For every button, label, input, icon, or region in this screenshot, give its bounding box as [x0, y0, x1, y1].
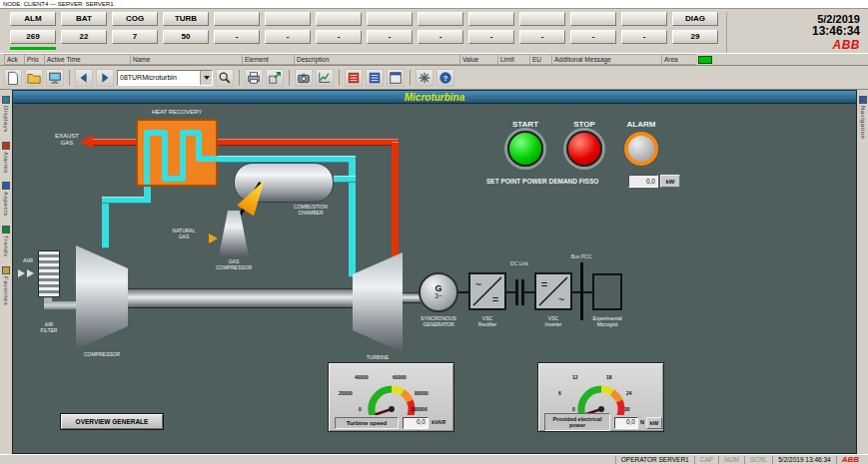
sidebar-item-label: Trends [3, 235, 9, 256]
alarm-group-button[interactable] [468, 12, 514, 26]
scroll-lock-indicator: SCRL [744, 456, 772, 464]
air-pipe-riser [102, 197, 109, 248]
alarm-count-button[interactable]: - [214, 30, 260, 44]
sidebar-item-trends[interactable]: Trends [2, 226, 10, 256]
workplace-icon[interactable] [46, 69, 64, 87]
alarm-list-header: Ack Prio Active Time Name Element Descri… [0, 53, 868, 66]
alarm-count-button[interactable]: - [265, 30, 311, 44]
gauge-tick: 20000 [339, 390, 353, 396]
start-button[interactable] [507, 131, 543, 167]
synchronous-generator: G 3~ [419, 272, 458, 312]
stop-button[interactable] [566, 131, 602, 167]
compressor [76, 245, 128, 349]
help-icon[interactable]: ? [436, 69, 454, 87]
vsc-rectifier: ~= [468, 272, 506, 310]
svg-text:=: = [492, 293, 498, 305]
alarm-group-button[interactable]: DIAG [672, 12, 718, 26]
display-selector[interactable]: 08TURMicroturbin [117, 70, 213, 86]
alarm-group-button[interactable]: COG [112, 12, 158, 26]
alarm-group-button[interactable] [265, 12, 311, 26]
alarm-count-button[interactable]: 29 [672, 30, 718, 44]
screenshot-icon[interactable] [295, 69, 313, 87]
alarm-column-spare: - [621, 12, 667, 53]
dc-link-label: DC Link [502, 260, 536, 266]
display-title-bar: Microturbina [12, 90, 857, 103]
alarm-band: ALM 269 BAT 22 COG 7 TURB 50 - [0, 9, 868, 53]
alarm-count-button[interactable]: 269 [10, 30, 56, 44]
overview-generale-button[interactable]: OVERVIEW GENERALE [61, 414, 163, 429]
event-list-icon[interactable] [366, 69, 384, 87]
sidebar-item-label: Alarms [3, 152, 9, 174]
print-icon[interactable] [245, 69, 263, 87]
sidebar-item-navigation[interactable]: Navigation [859, 96, 867, 139]
alarm-column-spare: - [468, 12, 514, 53]
open-display-icon[interactable] [25, 69, 43, 87]
setpoint-input[interactable] [628, 175, 658, 188]
alarm-group-button[interactable] [214, 12, 260, 26]
stop-label: STOP [564, 120, 604, 130]
svg-text:?: ? [443, 74, 448, 83]
alarm-group-button[interactable] [621, 12, 667, 26]
alarm-group-button[interactable]: BAT [61, 12, 107, 26]
right-tabstrip: Navigation [857, 90, 868, 454]
column-header-area: Area [661, 54, 695, 65]
alarm-count-button[interactable]: 22 [61, 30, 107, 44]
export-icon[interactable] [266, 69, 284, 87]
gauge-tick: 24 [626, 390, 632, 396]
gauge-tick: 6 [558, 390, 561, 396]
alarm-group-button[interactable]: TURB [163, 12, 209, 26]
microgrid-label: ExperimentalMicrogrid [577, 315, 637, 327]
alarm-group-button[interactable]: ALM [10, 12, 56, 26]
display-selector-value: 08TURMicroturbin [118, 71, 200, 85]
sidebar-item-displays[interactable]: Displays [2, 96, 10, 133]
sidebar-item-alarms[interactable]: Alarms [2, 142, 10, 174]
alarm-count-button[interactable]: 7 [112, 30, 158, 44]
forward-icon[interactable] [96, 69, 114, 87]
sidebar-item-aspects[interactable]: Aspects [2, 182, 10, 217]
column-header-value: Value [459, 54, 497, 65]
gauge-tick: 12 [572, 374, 578, 380]
chevron-down-icon[interactable] [200, 71, 212, 85]
back-icon[interactable] [75, 69, 93, 87]
alarm-group-button[interactable] [519, 12, 565, 26]
microgrid-wire [583, 291, 592, 293]
gauge-unit: kVAR [432, 419, 445, 425]
alarm-count-button[interactable]: 50 [163, 30, 209, 44]
find-icon[interactable] [216, 69, 234, 87]
settings-icon[interactable] [416, 69, 434, 87]
column-header-eu: EU [529, 54, 551, 65]
alarm-count-button[interactable]: - [570, 30, 616, 44]
alarm-group-button[interactable] [316, 12, 362, 26]
alarm-column-spare: - [418, 12, 463, 53]
gas-compressor [219, 211, 249, 256]
alarm-column-bat: BAT 22 [61, 12, 107, 53]
alarm-group-button[interactable] [367, 12, 413, 26]
alarm-group-button[interactable] [418, 12, 463, 26]
trend-icon[interactable] [316, 69, 334, 87]
column-header-element: Element [242, 54, 294, 65]
sidebar-item-favorites[interactable]: Favorites [2, 266, 10, 305]
alarm-count-button[interactable]: - [468, 30, 514, 44]
alarm-count-button[interactable]: - [316, 30, 362, 44]
alarm-count-button[interactable]: - [418, 30, 463, 44]
setpoint-unit: kW [660, 175, 680, 188]
combustion-chamber-label: COMBUSTIONCHAMBER [271, 204, 351, 216]
new-display-icon[interactable] [4, 69, 22, 87]
svg-text:=: = [541, 278, 547, 290]
alarm-list-icon[interactable] [345, 69, 363, 87]
alarm-count-button[interactable]: - [367, 30, 413, 44]
experimental-microgrid-box [592, 273, 622, 310]
toolbar-separator [69, 70, 70, 86]
bus-pcc-label: Bus PCC [564, 253, 598, 259]
column-header-active-time: Active Time [44, 54, 130, 65]
faceplate-icon[interactable] [387, 69, 405, 87]
sidebar-item-label: Navigation [860, 106, 866, 139]
alarm-count-button[interactable]: - [519, 30, 565, 44]
alarm-group-button[interactable] [570, 12, 616, 26]
alarm-count-button[interactable]: - [621, 30, 667, 44]
navigation-icon [859, 96, 867, 104]
alarm-indicator[interactable] [624, 132, 658, 166]
chamber-outlet-pipe [334, 176, 356, 183]
air-label: AIR [17, 257, 39, 264]
caps-lock-indicator: CAP [694, 456, 718, 464]
